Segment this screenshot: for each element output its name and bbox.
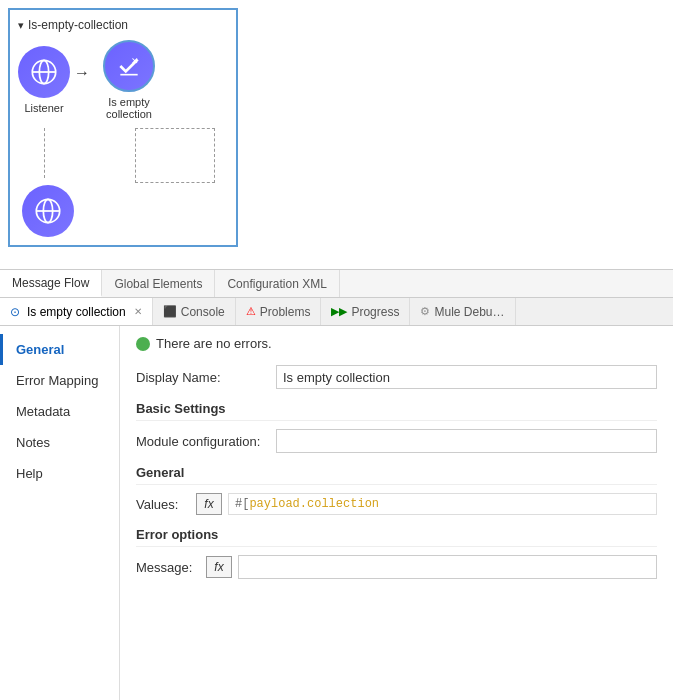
sidebar-item-error-mapping[interactable]: Error Mapping [0,365,119,396]
message-input[interactable] [238,555,657,579]
flow-title-text: Is-empty-collection [28,18,128,32]
message-fx-button[interactable]: fx [206,556,232,578]
tab-console[interactable]: ⬛ Console [153,298,236,325]
module-config-label: Module configuration: [136,434,276,449]
drop-zone[interactable] [135,128,215,183]
values-label: Values: [136,497,196,512]
bottom-listener-icon [22,185,74,237]
values-fx-button[interactable]: fx [196,493,222,515]
expression-payload: payload.collection [249,497,379,511]
status-bar: There are no errors. [136,336,657,351]
is-empty-icon: ✕ [103,40,155,92]
general-section-title: General [136,465,657,485]
bottom-listener-node[interactable] [22,185,74,237]
flow-nodes: Listener → ✕ Is empty collection [18,40,228,120]
listener-node[interactable]: Listener [18,46,70,114]
sidebar-item-metadata[interactable]: Metadata [0,396,119,427]
tab-progress[interactable]: ▶▶ Progress [321,298,410,325]
dashed-line [44,128,45,178]
top-tab-bar: Message Flow Global Elements Configurati… [0,270,673,298]
tab-mule-debug[interactable]: ⚙ Mule Debu… [410,298,515,325]
module-config-row: Module configuration: [136,429,657,453]
basic-settings-title: Basic Settings [136,401,657,421]
svg-text:✕: ✕ [131,56,139,66]
listener-label: Listener [24,102,63,114]
tab-problems[interactable]: ⚠ Problems [236,298,322,325]
values-row: Values: fx #[ payload.collection [136,493,657,515]
arrow-connector: → [74,64,90,82]
is-empty-label: Is empty collection [94,96,164,120]
message-row: Message: fx [136,555,657,579]
is-empty-collection-node[interactable]: ✕ Is empty collection [94,40,164,120]
error-options-title: Error options [136,527,657,547]
right-panel: There are no errors. Display Name: Basic… [120,326,673,700]
message-label: Message: [136,560,206,575]
flow-canvas: ▾ Is-empty-collection Listener → [0,0,673,270]
sidebar: General Error Mapping Metadata Notes Hel… [0,326,120,700]
status-dot [136,337,150,351]
status-text: There are no errors. [156,336,272,351]
collapse-arrow[interactable]: ▾ [18,19,24,32]
editor-tab-bar: ⊙ Is empty collection ✕ ⬛ Console ⚠ Prob… [0,298,673,326]
tab-is-empty-collection[interactable]: ⊙ Is empty collection ✕ [0,298,153,325]
tab-global-elements[interactable]: Global Elements [102,270,215,297]
module-config-input[interactable] [276,429,657,453]
bottom-node-row [18,185,228,237]
values-expression[interactable]: #[ payload.collection [228,493,657,515]
display-name-label: Display Name: [136,370,276,385]
flow-title: ▾ Is-empty-collection [18,18,228,32]
listener-icon [18,46,70,98]
main-content: General Error Mapping Metadata Notes Hel… [0,326,673,700]
sidebar-item-general[interactable]: General [0,334,119,365]
display-name-input[interactable] [276,365,657,389]
display-name-row: Display Name: [136,365,657,389]
sidebar-item-notes[interactable]: Notes [0,427,119,458]
tab-configuration-xml[interactable]: Configuration XML [215,270,339,297]
tab-close-icon[interactable]: ✕ [134,306,142,317]
sidebar-item-help[interactable]: Help [0,458,119,489]
tab-message-flow[interactable]: Message Flow [0,270,102,297]
flow-container[interactable]: ▾ Is-empty-collection Listener → [8,8,238,247]
expression-hash: #[ [235,497,249,511]
